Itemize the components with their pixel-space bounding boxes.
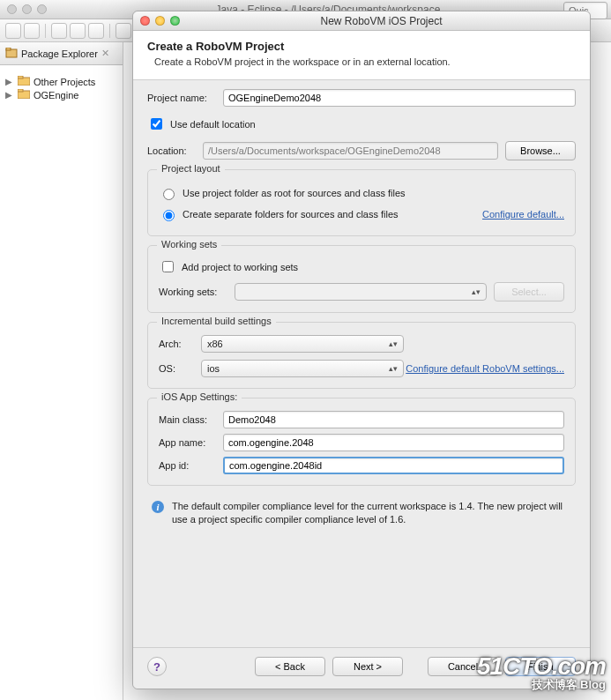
os-select[interactable]: ios▴▾ xyxy=(201,360,404,377)
checkbox-label: Add project to working sets xyxy=(182,262,298,272)
use-default-location-check[interactable]: Use default location xyxy=(147,115,576,132)
location-input xyxy=(203,142,498,160)
finish-button[interactable]: Finish xyxy=(505,657,576,676)
add-working-sets-check[interactable]: Add project to working sets xyxy=(159,258,564,275)
package-explorer-tab[interactable]: Package Explorer ✕ xyxy=(0,42,123,65)
location-row: Location: Browse... xyxy=(147,141,576,160)
app-id-label: App id: xyxy=(159,460,216,471)
minimize-icon[interactable] xyxy=(22,4,32,14)
banner-subtext: Create a RoboVM project in the workspace… xyxy=(154,56,576,67)
app-id-input[interactable] xyxy=(223,457,564,474)
layout-option-root[interactable]: Use project folder as root for sources a… xyxy=(159,186,564,200)
package-explorer-panel: Package Explorer ✕ ▶ Other Projects ▶ OG… xyxy=(0,42,123,700)
chevron-right-icon[interactable]: ▶ xyxy=(5,77,14,86)
zoom-icon[interactable] xyxy=(37,4,47,14)
traffic-lights[interactable] xyxy=(7,4,47,14)
os-label: OS: xyxy=(159,363,194,374)
back-button[interactable]: < Back xyxy=(255,657,325,676)
package-tree[interactable]: ▶ Other Projects ▶ OGEngine xyxy=(0,65,123,111)
help-button[interactable]: ? xyxy=(147,657,167,676)
info-text: The default compiler compliance level fo… xyxy=(172,500,572,526)
configure-robovm-link[interactable]: Configure default RoboVM settings... xyxy=(406,363,564,374)
use-default-checkbox[interactable] xyxy=(151,118,162,130)
app-name-label: App name: xyxy=(159,437,216,448)
tree-label: Other Projects xyxy=(34,77,95,87)
main-class-label: Main class: xyxy=(159,414,216,425)
select-working-sets-button: Select... xyxy=(494,282,564,302)
project-layout-group: Project layout Use project folder as roo… xyxy=(147,169,576,236)
layout-option-separate[interactable]: Create separate folders for sources and … xyxy=(159,207,399,221)
traffic-lights[interactable] xyxy=(140,16,180,26)
configure-default-link[interactable]: Configure default... xyxy=(482,209,564,220)
incremental-build-group: Incremental build settings Arch: x86▴▾ O… xyxy=(147,322,576,389)
svg-rect-1 xyxy=(6,48,11,50)
working-set-icon xyxy=(18,76,30,87)
banner-heading: Create a RoboVM Project xyxy=(147,40,576,53)
tab-label: Package Explorer xyxy=(21,48,98,59)
tree-item-other-projects[interactable]: ▶ Other Projects xyxy=(5,76,117,87)
dialog-content: Project name: Use default location Locat… xyxy=(133,80,590,533)
browse-button[interactable]: Browse... xyxy=(505,141,576,160)
working-sets-label: Working sets: xyxy=(159,287,227,297)
toolbar-button[interactable] xyxy=(70,23,86,39)
dialog-title: New RoboVM iOS Project xyxy=(180,15,583,27)
radio-label: Use project folder as root for sources a… xyxy=(183,188,406,198)
dialog-banner: Create a RoboVM Project Create a RoboVM … xyxy=(133,31,590,80)
working-sets-select: ▴▾ xyxy=(235,283,487,301)
dialog-footer: ? < Back Next > Cancel Finish xyxy=(133,647,590,689)
tree-item-ogengine[interactable]: ▶ OGEngine xyxy=(5,89,117,101)
cancel-button[interactable]: Cancel xyxy=(428,657,498,676)
group-legend: iOS App Settings: xyxy=(157,391,242,402)
package-icon xyxy=(5,48,18,60)
zoom-icon[interactable] xyxy=(170,16,180,26)
arch-label: Arch: xyxy=(159,339,194,349)
project-name-row: Project name: xyxy=(147,89,576,107)
tree-label: OGEngine xyxy=(34,90,78,101)
project-name-label: Project name: xyxy=(147,93,216,103)
dialog-titlebar: New RoboVM iOS Project xyxy=(133,11,590,31)
project-icon xyxy=(18,89,30,101)
app-name-input[interactable] xyxy=(223,434,564,451)
close-tab-icon[interactable]: ✕ xyxy=(101,48,109,59)
location-label: Location: xyxy=(147,145,196,156)
close-icon[interactable] xyxy=(7,4,17,14)
toolbar-button[interactable] xyxy=(88,23,104,39)
svg-rect-5 xyxy=(18,89,23,92)
info-icon: i xyxy=(151,500,165,516)
use-default-label: Use default location xyxy=(170,119,256,130)
chevron-right-icon[interactable]: ▶ xyxy=(5,90,14,100)
group-legend: Working sets xyxy=(157,239,221,249)
project-name-input[interactable] xyxy=(223,89,576,107)
next-button[interactable]: Next > xyxy=(332,657,403,676)
group-legend: Project layout xyxy=(157,163,225,174)
new-project-dialog: New RoboVM iOS Project Create a RoboVM P… xyxy=(132,11,591,689)
working-sets-group: Working sets Add project to working sets… xyxy=(147,245,576,313)
info-message: i The default compiler compliance level … xyxy=(147,495,576,528)
group-legend: Incremental build settings xyxy=(157,316,276,326)
main-class-input[interactable] xyxy=(223,411,564,428)
arch-select[interactable]: x86▴▾ xyxy=(201,335,404,353)
toolbar-button[interactable] xyxy=(24,23,40,39)
svg-rect-3 xyxy=(18,76,23,78)
minimize-icon[interactable] xyxy=(155,16,165,26)
toolbar-button[interactable] xyxy=(51,23,67,39)
radio-label: Create separate folders for sources and … xyxy=(183,209,399,220)
ios-settings-group: iOS App Settings: Main class: App name: … xyxy=(147,398,576,486)
toolbar-button[interactable] xyxy=(115,23,131,39)
close-icon[interactable] xyxy=(140,16,150,26)
radio-separate[interactable] xyxy=(163,210,175,221)
radio-root[interactable] xyxy=(163,189,175,200)
toolbar-button[interactable] xyxy=(5,23,21,39)
add-working-sets-checkbox[interactable] xyxy=(162,261,174,272)
